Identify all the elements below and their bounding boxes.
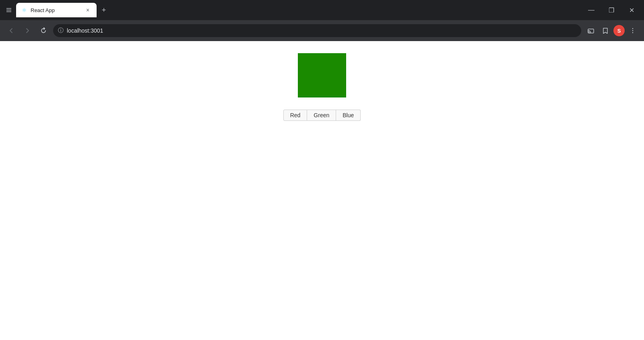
address-bar[interactable]: ⓘ localhost:3001 <box>53 24 581 37</box>
nav-bar: ⓘ localhost:3001 S <box>0 20 644 41</box>
menu-button[interactable] <box>626 24 639 37</box>
url-security-icon: ⓘ <box>58 27 64 34</box>
profile-avatar[interactable]: S <box>613 25 625 36</box>
svg-point-2 <box>632 30 633 31</box>
tab-list-button[interactable] <box>3 4 14 16</box>
close-button[interactable]: ✕ <box>622 4 641 16</box>
cast-button[interactable] <box>584 24 597 37</box>
forward-button[interactable] <box>21 24 34 37</box>
tab-title: React App <box>31 7 80 13</box>
url-text: localhost:3001 <box>67 27 576 34</box>
browser-window: ⚛ React App × + — ❐ ✕ <box>0 0 644 340</box>
window-controls: — ❐ ✕ <box>582 4 641 16</box>
tab-close-button[interactable]: × <box>84 6 92 14</box>
title-bar: ⚛ React App × + — ❐ ✕ <box>0 0 644 20</box>
new-tab-button[interactable]: + <box>98 4 109 16</box>
minimize-button[interactable]: — <box>582 4 601 16</box>
green-button[interactable]: Green <box>307 110 336 121</box>
active-tab[interactable]: ⚛ React App × <box>16 3 97 17</box>
red-button[interactable]: Red <box>283 110 308 121</box>
nav-actions: S <box>584 24 639 37</box>
color-buttons-group: Red Green Blue <box>283 110 361 121</box>
reload-button[interactable] <box>37 24 50 37</box>
svg-point-1 <box>632 28 633 29</box>
svg-point-3 <box>632 32 633 33</box>
page-content: Red Green Blue <box>0 41 644 340</box>
bookmark-button[interactable] <box>599 24 612 37</box>
back-button[interactable] <box>5 24 18 37</box>
maximize-button[interactable]: ❐ <box>602 4 621 16</box>
blue-button[interactable]: Blue <box>336 110 361 121</box>
color-display-box <box>298 53 346 97</box>
tab-favicon-icon: ⚛ <box>21 7 27 13</box>
